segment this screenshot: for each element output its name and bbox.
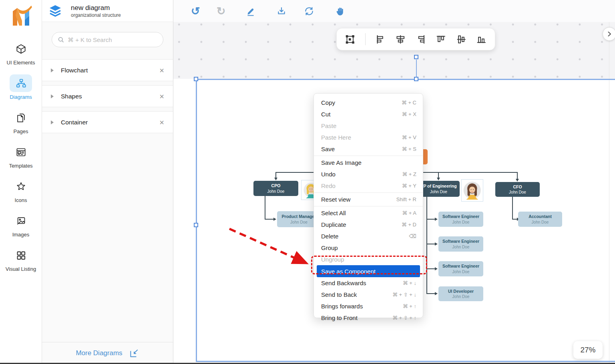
redo-button[interactable]: ↻: [215, 5, 227, 18]
search-input[interactable]: [68, 36, 157, 43]
undo-button[interactable]: ↺: [189, 5, 202, 18]
sidebar-item-label: Templates: [9, 163, 32, 169]
sidebar-item-icons[interactable]: Icons: [10, 178, 32, 203]
menu-item-send-backwards[interactable]: Send Backwards ⌘ + ↓: [314, 277, 423, 289]
node-role: Software Engineer: [442, 214, 479, 219]
menu-item-save-as-image[interactable]: Save As Image: [314, 157, 423, 168]
connector: [426, 244, 435, 244]
sidebar-item-label: Icons: [14, 197, 27, 203]
menu-item-shortcut: ⌘ + ↑: [403, 303, 416, 309]
menu-item-save-as-component[interactable]: Save as Component: [317, 265, 420, 277]
connector-arrowhead: [274, 178, 277, 180]
selection-bottom-edge[interactable]: [196, 361, 615, 362]
frame-select-icon[interactable]: [345, 34, 356, 45]
menu-item-brings-forwards[interactable]: Brings forwards ⌘ + ↑: [314, 300, 423, 312]
search-box[interactable]: [52, 32, 163, 47]
align-middle-vertical-icon[interactable]: [456, 34, 467, 45]
node-role: VP of Engineering: [420, 183, 456, 189]
node-name: John Doe: [452, 294, 470, 299]
menu-item-delete[interactable]: Delete ⌫: [314, 230, 423, 242]
menu-item-duplicate[interactable]: Duplicate ⌘ + D: [314, 219, 423, 230]
section-container[interactable]: Container ×: [42, 111, 173, 133]
org-node-accountant[interactable]: Accountant John Doe: [518, 212, 562, 227]
org-node-software-engineer-3[interactable]: Software Engineer John Doe: [438, 261, 483, 276]
section-shapes[interactable]: Shapes ×: [42, 85, 173, 107]
download-button[interactable]: [275, 5, 288, 18]
menu-item-save[interactable]: Save ⌘ + S: [314, 143, 423, 155]
align-right-icon[interactable]: [416, 34, 426, 45]
import-icon[interactable]: [129, 348, 139, 358]
node-role: CPO: [271, 183, 281, 188]
menu-item-bring-to-front[interactable]: Bring to Front ⌘ + ⇧ + ↑: [314, 312, 423, 324]
node-name: John Doe: [509, 190, 526, 195]
caret-right-icon[interactable]: [51, 68, 54, 72]
diagrams-panel: new diagram organizational structure Flo…: [42, 0, 173, 364]
close-icon[interactable]: ×: [159, 92, 164, 100]
sidebar-item-diagrams[interactable]: Diagrams: [10, 74, 32, 100]
expand-right-panel-button[interactable]: [603, 27, 615, 41]
right-panel-edge: [609, 22, 609, 364]
sidebar-item-images[interactable]: Images: [10, 212, 32, 238]
avatar-image: [463, 181, 482, 200]
align-top-icon[interactable]: [436, 34, 446, 45]
sidebar-item-templates[interactable]: Templates: [9, 143, 32, 169]
edit-button[interactable]: [244, 5, 257, 18]
selection-handle[interactable]: [194, 223, 198, 227]
panel-header: new diagram organizational structure: [42, 0, 173, 22]
more-diagrams-link[interactable]: More Diagrams: [76, 349, 122, 357]
menu-item-label: Send Backwards: [321, 280, 403, 286]
align-left-icon[interactable]: [375, 34, 386, 45]
selection-handle[interactable]: [414, 77, 418, 81]
org-node-cpo[interactable]: CPO John Doe: [253, 181, 298, 196]
org-node-vp-engineering[interactable]: VP of Engineering John Doe: [418, 181, 460, 197]
download-icon: [276, 6, 287, 16]
caret-right-icon[interactable]: [51, 94, 54, 98]
menu-item-label: Brings forwards: [321, 303, 403, 310]
sidebar-item-visual-listing[interactable]: Visual Listing: [6, 246, 36, 272]
pan-button[interactable]: [334, 5, 346, 18]
sidebar-item-label: Pages: [14, 128, 28, 134]
connector-arrowhead: [273, 218, 276, 221]
avatar-brunette-woman[interactable]: [461, 179, 483, 202]
menu-item-undo[interactable]: Undo ⌘ + Z: [314, 168, 423, 180]
menu-item-ungroup: Ungroup: [314, 254, 423, 265]
close-icon[interactable]: ×: [159, 66, 164, 74]
sync-button[interactable]: [303, 5, 316, 18]
menu-item-select-all[interactable]: Select All ⌘ + A: [314, 207, 423, 219]
menu-item-label: Save As Image: [321, 159, 416, 166]
org-node-cfo[interactable]: CFO John Doe: [495, 182, 540, 197]
node-name: John Doe: [430, 189, 447, 194]
menu-item-copy[interactable]: Copy ⌘ + C: [314, 97, 423, 108]
sidebar-item-ui-elements[interactable]: UI Elements: [7, 40, 35, 66]
org-node-software-engineer-1[interactable]: Software Engineer John Doe: [438, 212, 483, 227]
canvas-area[interactable]: ↺ ↻: [173, 0, 615, 364]
connector-arrowhead: [435, 242, 438, 246]
app-logo-icon[interactable]: [9, 4, 33, 29]
menu-item-cut[interactable]: Cut ⌘ + X: [314, 108, 423, 120]
sidebar-item-label: Visual Listing: [6, 266, 36, 272]
selection-left-edge[interactable]: [196, 79, 197, 362]
menu-item-shortcut: ⌘ + A: [402, 210, 416, 216]
menu-item-group[interactable]: Group: [314, 242, 423, 254]
caret-right-icon[interactable]: [51, 120, 54, 124]
selection-rotate-handle[interactable]: [414, 55, 418, 59]
selection-handle[interactable]: [194, 77, 198, 81]
sidebar-item-label: Diagrams: [10, 94, 32, 100]
section-flowchart[interactable]: Flowchart ×: [42, 59, 173, 81]
icon-rail: UI Elements Diagrams Pages: [0, 0, 42, 364]
section-label: Container: [61, 119, 159, 126]
close-icon[interactable]: ×: [159, 118, 164, 126]
menu-item-send-to-back[interactable]: Send to Back ⌘ + ⇧ + ↓: [314, 289, 423, 300]
menu-item-label: Delete: [321, 233, 409, 240]
org-node-ui-developer[interactable]: UI Developer John Doe: [438, 286, 483, 301]
zoom-level-badge[interactable]: 27%: [573, 341, 603, 359]
menu-item-shortcut: ⌘ + C: [402, 100, 416, 106]
sidebar-item-pages[interactable]: Pages: [10, 109, 32, 134]
node-name: John Doe: [452, 244, 470, 250]
selection-top-edge[interactable]: [196, 79, 615, 80]
org-node-software-engineer-2[interactable]: Software Engineer John Doe: [438, 236, 483, 252]
menu-item-reset-view[interactable]: Reset view Shift + R: [314, 194, 423, 205]
menu-item-shortcut: ⌘ + X: [402, 111, 417, 117]
align-center-horizontal-icon[interactable]: [395, 34, 406, 45]
align-bottom-icon[interactable]: [476, 34, 487, 45]
